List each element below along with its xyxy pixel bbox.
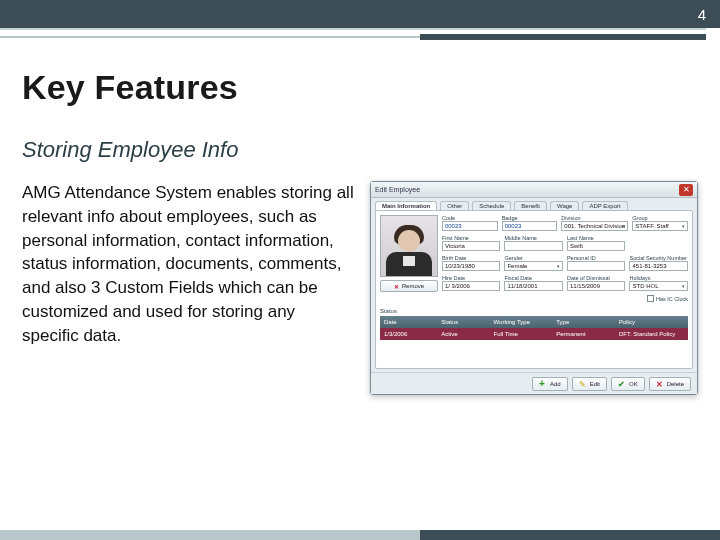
edit-button[interactable]: ✎Edit xyxy=(572,377,607,391)
badge-field[interactable]: 00023 xyxy=(502,221,558,231)
col-date: Date xyxy=(380,316,437,328)
check-icon: ✔ xyxy=(618,380,626,388)
dialog-titlebar: Edit Employee ✕ xyxy=(371,182,697,198)
col-status: Status xyxy=(437,316,489,328)
col-policy: Policy xyxy=(615,316,688,328)
remove-label: Remove xyxy=(402,283,424,289)
cell-policy: DFT. Standard Policy xyxy=(615,328,688,340)
col-type: Type xyxy=(552,316,615,328)
ok-button[interactable]: ✔OK xyxy=(611,377,645,391)
holidays-select[interactable]: STD HOL xyxy=(629,281,688,291)
has-ic-clock-label: Has IC Clock xyxy=(656,296,688,302)
cell-type: Permanent xyxy=(552,328,615,340)
dialog-panel: ✕ Remove Code00023 Badge00023 Division00… xyxy=(375,210,693,369)
tab-benefit[interactable]: Benefit xyxy=(514,201,547,210)
middle-name-field[interactable] xyxy=(504,241,563,251)
close-icon[interactable]: ✕ xyxy=(679,184,693,196)
pencil-icon: ✎ xyxy=(579,380,587,388)
plus-icon: + xyxy=(539,380,547,388)
add-button[interactable]: +Add xyxy=(532,377,568,391)
hire-date-field[interactable]: 1/ 3/2006 xyxy=(442,281,501,291)
tab-other[interactable]: Other xyxy=(440,201,469,210)
tab-adp-export[interactable]: ADP Export xyxy=(582,201,627,210)
edit-employee-dialog: Edit Employee ✕ Main Information Other S… xyxy=(370,181,698,395)
accent-split xyxy=(0,34,706,40)
heading: Key Features xyxy=(22,68,698,107)
photo-column: ✕ Remove xyxy=(380,215,438,302)
subheading: Storing Employee Info xyxy=(22,137,698,163)
fiscal-date-field[interactable]: 11/18/2001 xyxy=(504,281,563,291)
tab-schedule[interactable]: Schedule xyxy=(472,201,511,210)
status-section: Status Date Status Working Type Type Pol… xyxy=(380,308,688,340)
paragraph: AMG Attendance System enables storing al… xyxy=(22,181,356,348)
status-row[interactable]: 1/3/2006 Active Full Time Permanent DFT.… xyxy=(380,328,688,340)
accent-line xyxy=(0,28,706,30)
ssn-field[interactable]: 451-81-3253 xyxy=(629,261,688,271)
page-number: 4 xyxy=(698,6,706,23)
status-label: Status xyxy=(380,308,688,314)
delete-button[interactable]: ✕Delete xyxy=(649,377,691,391)
dialog-title: Edit Employee xyxy=(375,186,679,193)
delete-icon: ✕ xyxy=(656,380,664,388)
dismissal-date-field[interactable]: 11/15/2009 xyxy=(567,281,626,291)
slide-footer-bar xyxy=(0,530,720,540)
slide-body: Key Features Storing Employee Info AMG A… xyxy=(22,68,698,395)
checkbox-icon xyxy=(647,295,654,302)
cell-date: 1/3/2006 xyxy=(380,328,437,340)
birth-date-field[interactable]: 10/23/1980 xyxy=(442,261,501,271)
has-ic-clock-checkbox[interactable]: Has IC Clock xyxy=(647,295,688,302)
gender-select[interactable]: Female xyxy=(504,261,563,271)
fields-area: Code00023 Badge00023 Division001. Techni… xyxy=(442,215,688,302)
first-name-field[interactable]: Victoria xyxy=(442,241,501,251)
division-select[interactable]: 001. Technical Division xyxy=(561,221,628,231)
employee-photo[interactable] xyxy=(380,215,438,277)
cell-status: Active xyxy=(437,328,489,340)
status-header: Date Status Working Type Type Policy xyxy=(380,316,688,328)
last-name-field[interactable]: Swift xyxy=(567,241,626,251)
code-field[interactable]: 00023 xyxy=(442,221,498,231)
remove-photo-button[interactable]: ✕ Remove xyxy=(380,280,438,292)
tab-wage[interactable]: Wage xyxy=(550,201,579,210)
x-icon: ✕ xyxy=(394,283,399,290)
content-row: AMG Attendance System enables storing al… xyxy=(22,181,698,395)
personal-id-field[interactable] xyxy=(567,261,626,271)
group-select[interactable]: STAFF. Staff xyxy=(632,221,688,231)
slide-top-bar: 4 xyxy=(0,0,720,28)
cell-working-type: Full Time xyxy=(490,328,553,340)
dialog-footer: +Add ✎Edit ✔OK ✕Delete xyxy=(371,372,697,394)
dialog-tabs: Main Information Other Schedule Benefit … xyxy=(371,198,697,210)
col-working-type: Working Type xyxy=(490,316,553,328)
tab-main-information[interactable]: Main Information xyxy=(375,201,437,210)
